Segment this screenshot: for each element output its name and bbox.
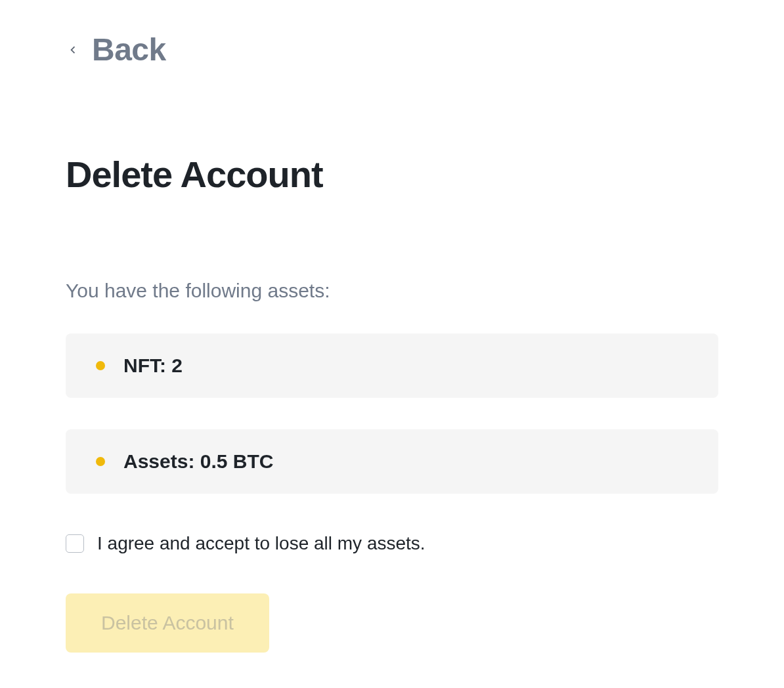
asset-item: NFT: 2 [66,333,718,398]
assets-label: You have the following assets: [66,280,718,302]
bullet-icon [96,361,105,370]
asset-text: Assets: 0.5 BTC [123,450,273,473]
chevron-left-icon [66,38,80,62]
agreement-checkbox[interactable] [66,534,84,553]
asset-text: NFT: 2 [123,355,183,377]
delete-account-button[interactable]: Delete Account [66,593,269,653]
asset-item: Assets: 0.5 BTC [66,429,718,494]
agreement-row: I agree and accept to lose all my assets… [66,533,718,554]
page-title: Delete Account [66,153,718,196]
bullet-icon [96,457,105,466]
back-link[interactable]: Back [66,32,166,68]
agreement-label: I agree and accept to lose all my assets… [97,533,425,554]
back-label: Back [92,32,166,68]
